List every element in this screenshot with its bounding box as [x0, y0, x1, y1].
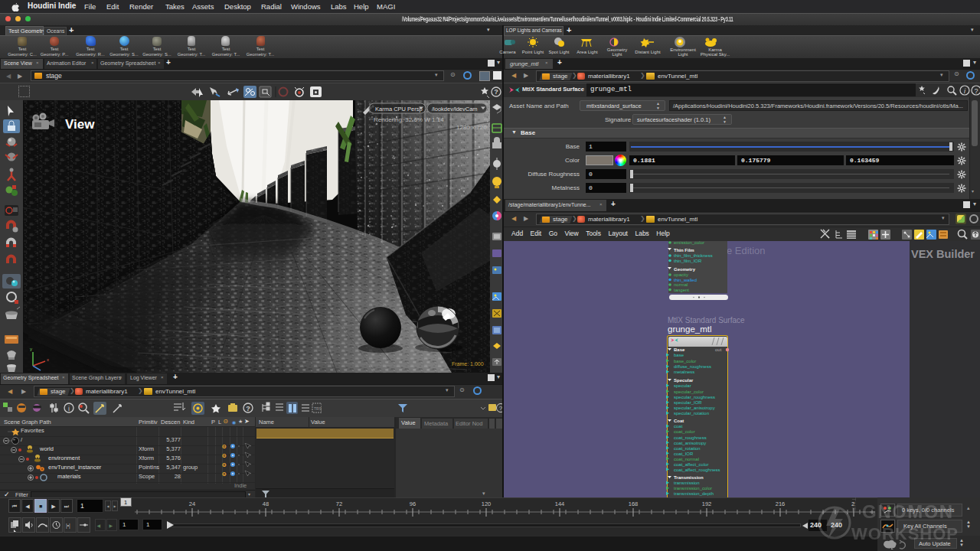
svg-text:GNOMON: GNOMON — [862, 501, 954, 522]
svg-text:48: 48 — [263, 500, 269, 507]
svg-text:coat_IOR: coat_IOR — [674, 452, 694, 456]
svg-text:980 x 551: 980 x 551 — [456, 124, 487, 131]
svg-text:Coat: Coat — [674, 419, 684, 423]
svg-text:120: 120 — [482, 500, 492, 507]
svg-text:i: i — [964, 87, 966, 95]
svg-text:Transmission: Transmission — [674, 475, 704, 480]
svg-text:Karma CPU Persp: Karma CPU Persp — [375, 106, 423, 112]
svg-text:coat_affect_color: coat_affect_color — [674, 462, 709, 467]
svg-text:diffuse_roughness: diffuse_roughness — [674, 364, 711, 369]
svg-text:normal: normal — [674, 282, 688, 287]
svg-text:i: i — [68, 405, 70, 412]
svg-text:ʘ: ʘ — [222, 444, 227, 449]
svg-text:216: 216 — [776, 500, 786, 507]
svg-text:coat: coat — [674, 424, 683, 429]
svg-text:opacity: opacity — [674, 272, 688, 277]
svg-text:coat_anisotropy: coat_anisotropy — [674, 441, 706, 445]
svg-text:?: ? — [246, 405, 250, 412]
svg-text:168: 168 — [629, 500, 639, 507]
svg-text:specular_IOR: specular_IOR — [674, 400, 702, 405]
svg-text:ʘ: ʘ — [222, 462, 227, 468]
svg-text:thin_film_IOR: thin_film_IOR — [674, 259, 702, 263]
svg-text:coat_roughness: coat_roughness — [674, 435, 707, 440]
svg-text:specular_roughness: specular_roughness — [674, 395, 715, 399]
svg-text:Base: Base — [674, 347, 685, 352]
svg-text:ʘ: ʘ — [222, 453, 227, 458]
svg-text:Rendering: 32.6% W 1:14: Rendering: 32.6% W 1:14 — [374, 116, 444, 123]
svg-text:coat_affect_roughness: coat_affect_roughness — [674, 468, 720, 472]
svg-text:transmission_depth: transmission_depth — [674, 491, 714, 496]
svg-text:thin_film_thickness: thin_film_thickness — [674, 253, 713, 258]
svg-text:specular_color: specular_color — [674, 390, 704, 394]
svg-text:192: 192 — [702, 500, 712, 507]
svg-text:specular: specular — [674, 383, 691, 388]
svg-text:72: 72 — [336, 500, 342, 507]
svg-text:metalness: metalness — [674, 370, 694, 374]
svg-text:out: out — [715, 347, 722, 352]
svg-text:/lookdev/ldevCam: /lookdev/ldevCam — [432, 106, 478, 112]
svg-text:144: 144 — [555, 500, 565, 507]
svg-text:coat_color: coat_color — [674, 429, 695, 434]
svg-text:y: y — [30, 347, 32, 351]
svg-text:?: ? — [974, 87, 978, 95]
svg-text:|•|: |•| — [66, 523, 70, 529]
svg-text:TRS: TRS — [314, 406, 322, 411]
svg-text:base_color: base_color — [674, 359, 696, 364]
svg-text:▶: ▶ — [109, 523, 113, 528]
svg-text:Specular: Specular — [674, 378, 694, 383]
svg-text:◀: ◀ — [97, 523, 101, 528]
svg-text:specular_rotation: specular_rotation — [674, 411, 709, 416]
svg-text:coat_rotation: coat_rotation — [674, 446, 701, 451]
svg-text:base: base — [674, 353, 684, 357]
svg-text:coat_normal: coat_normal — [674, 457, 699, 461]
svg-text:96: 96 — [410, 500, 416, 507]
svg-text:Thin Film: Thin Film — [674, 248, 694, 253]
svg-text:ʘ: ʘ — [222, 471, 227, 477]
svg-text:transmission: transmission — [674, 481, 700, 485]
svg-text:24: 24 — [189, 500, 195, 507]
svg-text:Geometry: Geometry — [674, 267, 696, 272]
svg-text:THE: THE — [851, 497, 858, 512]
svg-text:specular_anisotropy: specular_anisotropy — [674, 406, 715, 410]
svg-text:View: View — [65, 117, 95, 132]
svg-text:?: ? — [494, 88, 498, 96]
svg-text:emission_color: emission_color — [674, 241, 704, 245]
svg-text:x: x — [47, 357, 49, 362]
svg-text:WORKSHOP: WORKSHOP — [851, 524, 959, 543]
svg-text:Frame: 1.000: Frame: 1.000 — [452, 361, 484, 367]
svg-text:tangent: tangent — [674, 288, 689, 292]
svg-text:thin_walled: thin_walled — [674, 278, 697, 282]
svg-text:transmission_color: transmission_color — [674, 486, 712, 491]
